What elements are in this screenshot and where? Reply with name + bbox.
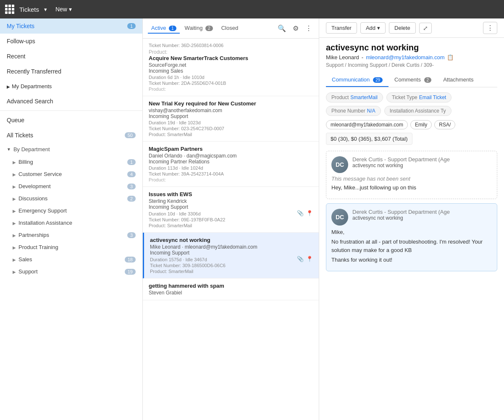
meta-phone: Phone Number N/A bbox=[326, 106, 381, 116]
sidebar-item-recently-transferred[interactable]: Recently Transferred bbox=[0, 64, 142, 79]
ticket-item-t5[interactable]: activesync not working Mike Leonard · ml… bbox=[143, 233, 319, 278]
sidebar-item-my-tickets[interactable]: My Tickets 1 bbox=[0, 18, 142, 34]
sidebar-item-all-tickets[interactable]: All Tickets 50 bbox=[0, 128, 142, 143]
message-list: DC Derek Curtis - Support Department (Ag… bbox=[326, 151, 497, 271]
sidebar-dept-support[interactable]: ▶Support 19 bbox=[0, 265, 142, 278]
message-card-m2: DC Derek Curtis - Support Department (Ag… bbox=[326, 203, 497, 271]
filter-icon-button[interactable]: ⚙ bbox=[291, 23, 300, 34]
ticket-list-header: Active 1 Waiting 2 Closed 🔍 ⚙ ⋮ bbox=[143, 18, 319, 39]
open-external-button[interactable]: ⤢ bbox=[419, 23, 432, 34]
message-avatar-m2: DC bbox=[331, 209, 348, 226]
sidebar-item-my-departments[interactable]: ▶My Departments bbox=[0, 79, 142, 94]
search-icon-button[interactable]: 🔍 bbox=[276, 23, 288, 34]
ticket-list: Ticket Number: 36D-25603814-0006 Product… bbox=[143, 39, 319, 420]
ticket-item-t2[interactable]: New Trial Key required for New Customer … bbox=[143, 96, 319, 142]
app-title: Tickets bbox=[19, 6, 39, 13]
detail-meta: Product SmarterMail Ticket Type Email Ti… bbox=[326, 92, 497, 116]
detail-content: activesync not working Mike Leonard - ml… bbox=[319, 38, 504, 420]
detail-user-line: Mike Leonard - mleonard@my1fakedomain.co… bbox=[326, 54, 497, 60]
sidebar-item-recent[interactable]: Recent bbox=[0, 49, 142, 64]
tab-waiting[interactable]: Waiting 2 bbox=[181, 23, 216, 34]
tab-active[interactable]: Active 1 bbox=[148, 23, 180, 34]
sidebar-dept-installation-assistance[interactable]: ▶Installation Assistance bbox=[0, 217, 142, 229]
tickets-dropdown[interactable]: ▾ bbox=[44, 6, 47, 13]
sidebar-dept-billing[interactable]: ▶Billing 1 bbox=[0, 156, 142, 168]
tab-closed[interactable]: Closed bbox=[218, 23, 242, 34]
sidebar-dept-discussions[interactable]: ▶Discussions 2 bbox=[0, 192, 142, 205]
meta-ticket-type: Ticket Type Email Ticket bbox=[386, 92, 452, 102]
sidebar-dept-product-training[interactable]: ▶Product Training bbox=[0, 241, 142, 253]
sidebar-item-advanced-search[interactable]: Advanced Search bbox=[0, 94, 142, 109]
ticket-item-t1[interactable]: Ticket Number: 36D-25603814-0006 Product… bbox=[143, 39, 319, 96]
topbar: Tickets ▾ New ▾ bbox=[0, 0, 504, 18]
detail-tab-attachments[interactable]: Attachments bbox=[437, 73, 479, 87]
sidebar: My Tickets 1 Follow-ups Recent Recently … bbox=[0, 18, 143, 420]
tag-emily: Emily bbox=[410, 120, 432, 129]
detail-tags: mleonard@my1fakedomain.com Emily RSA/ bbox=[326, 120, 497, 129]
ticket-list-panel: Active 1 Waiting 2 Closed 🔍 ⚙ ⋮ Ticket N… bbox=[143, 18, 319, 420]
tag-rsa: RSA/ bbox=[434, 120, 455, 129]
ticket-item-t3[interactable]: MagicSpam Partners Daniel Orlando · dan@… bbox=[143, 142, 319, 187]
detail-header: Transfer Add ▾ Delete ⤢ ⋮ bbox=[319, 18, 504, 38]
apps-icon[interactable] bbox=[5, 5, 14, 14]
add-button[interactable]: Add ▾ bbox=[360, 22, 386, 34]
sidebar-dept-development[interactable]: ▶Development 3 bbox=[0, 180, 142, 192]
meta-product: Product SmarterMail bbox=[326, 92, 383, 102]
detail-tab-comments[interactable]: Comments 2 bbox=[388, 73, 437, 87]
sidebar-by-department[interactable]: ▼ By Department bbox=[0, 143, 142, 156]
detail-email-link[interactable]: mleonard@my1fakedomain.com bbox=[366, 54, 444, 60]
sidebar-dept-customer-service[interactable]: ▶Customer Service 4 bbox=[0, 168, 142, 180]
transfer-button[interactable]: Transfer bbox=[326, 22, 357, 34]
detail-cost: $0 (30), $0 (365), $3,607 (Total) bbox=[326, 133, 412, 145]
meta-install-type: Installation Assistance Ty bbox=[384, 106, 452, 116]
more-icon-button[interactable]: ⋮ bbox=[304, 23, 314, 34]
detail-panel: Transfer Add ▾ Delete ⤢ ⋮ activesync not… bbox=[319, 18, 504, 420]
sidebar-dept-emergency-support[interactable]: ▶Emergency Support bbox=[0, 205, 142, 217]
new-button[interactable]: New ▾ bbox=[55, 6, 72, 13]
message-avatar-m1: DC bbox=[331, 156, 348, 173]
sidebar-dept-sales[interactable]: ▶Sales 18 bbox=[0, 253, 142, 265]
detail-tab-communication[interactable]: Communication 29 bbox=[326, 73, 388, 87]
detail-more-button[interactable]: ⋮ bbox=[483, 22, 497, 34]
sidebar-item-queue[interactable]: Queue bbox=[0, 113, 142, 128]
sidebar-dept-partnerships[interactable]: ▶Partnerships 3 bbox=[0, 229, 142, 241]
tag-email: mleonard@my1fakedomain.com bbox=[326, 120, 408, 129]
detail-breadcrumb: Support / Incoming Support / Derek Curti… bbox=[326, 62, 497, 68]
detail-tabs: Communication 29 Comments 2 Attachments bbox=[326, 73, 497, 87]
sidebar-item-followups[interactable]: Follow-ups bbox=[0, 34, 142, 49]
delete-button[interactable]: Delete bbox=[389, 22, 416, 34]
message-card-m1: DC Derek Curtis - Support Department (Ag… bbox=[326, 151, 497, 199]
ticket-item-t4[interactable]: Issues with EWS Sterling Kendrick Incomi… bbox=[143, 187, 319, 233]
ticket-item-t6[interactable]: getting hammered with spam Steven Grabie… bbox=[143, 278, 319, 300]
detail-title: activesync not working bbox=[326, 43, 497, 52]
